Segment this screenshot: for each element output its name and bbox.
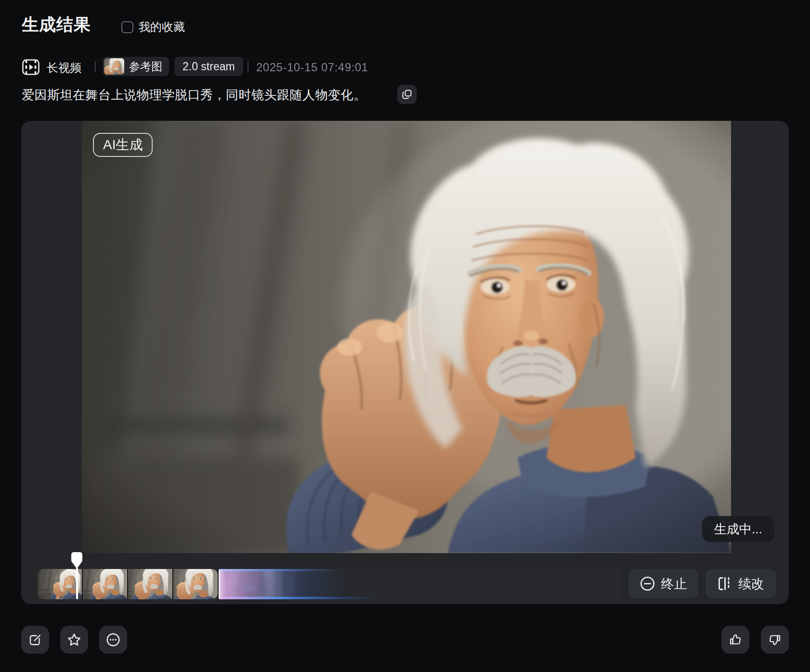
- circle-minus-icon: [640, 576, 655, 591]
- favorites-label: 我的收藏: [139, 19, 185, 35]
- like-button[interactable]: [721, 626, 749, 654]
- video-frame[interactable]: AI生成: [82, 121, 731, 553]
- reference-thumbnail: [104, 58, 124, 75]
- meta-divider: [248, 61, 248, 73]
- film-icon: [22, 59, 39, 75]
- dislike-button[interactable]: [761, 626, 789, 654]
- prompt-text: 爱因斯坦在舞台上说物理学脱口秀，同时镜头跟随人物变化。: [22, 87, 366, 103]
- split-extend-icon: [718, 576, 732, 591]
- revise-button[interactable]: 续改: [705, 569, 776, 598]
- revise-label: 续改: [738, 575, 764, 593]
- terminate-button[interactable]: 终止: [628, 569, 698, 598]
- progress-glow: [219, 569, 349, 599]
- more-options-button[interactable]: [99, 626, 127, 654]
- reference-image-chip[interactable]: 参考图: [103, 57, 169, 76]
- edit-icon: [28, 633, 42, 646]
- video-player-panel: AI生成 生成中...: [21, 121, 789, 604]
- progress-streak-bottom: [219, 597, 378, 599]
- edit-button[interactable]: [21, 626, 49, 654]
- thumbs-up-icon: [729, 633, 742, 646]
- copy-prompt-button[interactable]: [397, 85, 417, 104]
- favorite-button[interactable]: [60, 626, 88, 654]
- timeline-thumbnail[interactable]: [38, 569, 82, 599]
- timeline-thumbnail[interactable]: [83, 569, 127, 599]
- timeline-thumbnail[interactable]: [128, 569, 172, 599]
- ellipsis-circle-icon: [106, 633, 120, 647]
- playhead-line[interactable]: [76, 568, 78, 599]
- meta-divider: [95, 61, 96, 73]
- my-favorites-toggle[interactable]: 我的收藏: [121, 19, 185, 35]
- timeline-thumbnail[interactable]: [173, 569, 218, 599]
- model-badge: 2.0 stream: [174, 57, 243, 76]
- progress-edge: [219, 569, 220, 599]
- thumbs-down-icon: [768, 633, 782, 646]
- video-type-label: 长视频: [47, 60, 81, 76]
- generation-result-page: 生成结果 我的收藏 长视频 参考图 2.0 stream 2025-10-15 …: [0, 0, 810, 672]
- page-title: 生成结果: [22, 13, 91, 36]
- star-icon: [67, 633, 81, 647]
- favorites-checkbox[interactable]: [121, 21, 133, 33]
- progress-streak-top: [219, 569, 339, 571]
- timeline-filmstrip[interactable]: [38, 569, 218, 599]
- terminate-label: 终止: [661, 575, 687, 593]
- generation-timestamp: 2025-10-15 07:49:01: [256, 61, 368, 74]
- playhead-handle[interactable]: [71, 552, 82, 569]
- ai-generated-badge: AI生成: [93, 133, 153, 157]
- generating-status: 生成中...: [702, 516, 774, 542]
- reference-label: 参考图: [129, 59, 162, 74]
- copy-icon: [402, 89, 412, 100]
- generation-progress-bar[interactable]: [219, 569, 622, 599]
